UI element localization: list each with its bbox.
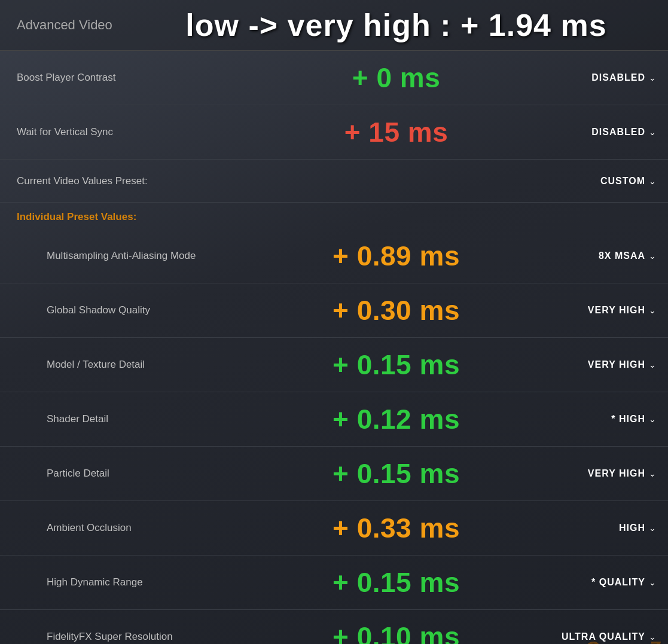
- page-wrapper: Advanced Video low -> very high : + 1.94…: [0, 0, 668, 644]
- msaa-chevron[interactable]: ⌄: [649, 251, 656, 261]
- vertical-sync-setting[interactable]: DISABLED ⌄: [548, 127, 656, 138]
- texture-detail-value: VERY HIGH: [588, 359, 645, 370]
- hdr-label: High Dynamic Range: [17, 576, 244, 588]
- hdr-setting[interactable]: * QUALITY ⌄: [548, 577, 656, 588]
- shader-detail-ms: + 0.12 ms: [244, 403, 548, 435]
- fidelityfx-row: FidelityFX Super Resolution + 0.10 ms UL…: [0, 610, 668, 644]
- header-value: low -> very high : + 1.94 ms: [136, 7, 656, 43]
- vertical-sync-chevron[interactable]: ⌄: [649, 127, 656, 137]
- fidelityfx-ms: + 0.10 ms: [244, 621, 548, 644]
- ambient-occlusion-row: Ambient Occlusion + 0.33 ms HIGH ⌄: [0, 501, 668, 556]
- shader-detail-setting[interactable]: * HIGH ⌄: [548, 414, 656, 425]
- watermark: GamerZ: [585, 637, 661, 644]
- shadow-quality-ms: + 0.30 ms: [244, 294, 548, 326]
- hdr-row: High Dynamic Range + 0.15 ms * QUALITY ⌄: [0, 556, 668, 610]
- ambient-occlusion-value: HIGH: [619, 523, 645, 533]
- preset-chevron[interactable]: ⌄: [649, 176, 656, 186]
- msaa-setting[interactable]: 8X MSAA ⌄: [548, 251, 656, 261]
- vertical-sync-label: Wait for Vertical Sync: [17, 126, 244, 138]
- ambient-occlusion-ms: + 0.33 ms: [244, 512, 548, 544]
- shadow-quality-value: VERY HIGH: [588, 305, 645, 316]
- vertical-sync-ms: + 15 ms: [244, 116, 548, 148]
- preset-value: CUSTOM: [600, 176, 645, 187]
- section-header: Individual Preset Values:: [0, 203, 668, 229]
- boost-player-contrast-setting[interactable]: DISABLED ⌄: [548, 72, 656, 83]
- preset-setting[interactable]: CUSTOM ⌄: [600, 176, 656, 187]
- watermark-text: GamerZ: [585, 637, 661, 644]
- texture-detail-row: Model / Texture Detail + 0.15 ms VERY HI…: [0, 338, 668, 392]
- preset-row: Current Video Values Preset: CUSTOM ⌄: [0, 160, 668, 203]
- ambient-occlusion-label: Ambient Occlusion: [17, 522, 244, 534]
- boost-player-contrast-label: Boost Player Contrast: [17, 72, 244, 84]
- shader-detail-value: * HIGH: [611, 414, 645, 425]
- hdr-chevron[interactable]: ⌄: [649, 578, 656, 587]
- particle-detail-setting[interactable]: VERY HIGH ⌄: [548, 468, 656, 479]
- shadow-quality-chevron[interactable]: ⌄: [649, 306, 656, 315]
- section-title: Advanced Video: [17, 17, 136, 33]
- texture-detail-setting[interactable]: VERY HIGH ⌄: [548, 359, 656, 370]
- preset-label: Current Video Values Preset:: [17, 175, 600, 187]
- hdr-ms: + 0.15 ms: [244, 566, 548, 599]
- particle-detail-chevron[interactable]: ⌄: [649, 469, 656, 478]
- particle-detail-row: Particle Detail + 0.15 ms VERY HIGH ⌄: [0, 447, 668, 501]
- vertical-sync-value: DISABLED: [591, 127, 645, 138]
- texture-detail-ms: + 0.15 ms: [244, 349, 548, 381]
- hdr-value: * QUALITY: [591, 577, 645, 588]
- vertical-sync-row: Wait for Vertical Sync + 15 ms DISABLED …: [0, 105, 668, 160]
- particle-detail-value: VERY HIGH: [588, 468, 645, 479]
- shadow-quality-row: Global Shadow Quality + 0.30 ms VERY HIG…: [0, 283, 668, 338]
- particle-detail-label: Particle Detail: [17, 468, 244, 480]
- ambient-occlusion-chevron[interactable]: ⌄: [649, 523, 656, 533]
- shader-detail-label: Shader Detail: [17, 413, 244, 425]
- msaa-row: Multisampling Anti-Aliasing Mode + 0.89 …: [0, 229, 668, 283]
- ambient-occlusion-setting[interactable]: HIGH ⌄: [548, 523, 656, 533]
- texture-detail-chevron[interactable]: ⌄: [649, 360, 656, 370]
- boost-player-contrast-ms: + 0 ms: [244, 62, 548, 94]
- section-header-text: Individual Preset Values:: [17, 211, 136, 222]
- particle-detail-ms: + 0.15 ms: [244, 457, 548, 490]
- texture-detail-label: Model / Texture Detail: [17, 359, 244, 371]
- boost-player-contrast-chevron[interactable]: ⌄: [649, 73, 656, 83]
- boost-player-contrast-value: DISABLED: [591, 72, 645, 83]
- header: Advanced Video low -> very high : + 1.94…: [0, 0, 668, 51]
- shader-detail-chevron[interactable]: ⌄: [649, 414, 656, 424]
- msaa-label: Multisampling Anti-Aliasing Mode: [17, 250, 244, 262]
- msaa-value: 8X MSAA: [599, 251, 645, 261]
- msaa-ms: + 0.89 ms: [244, 240, 548, 272]
- shader-detail-row: Shader Detail + 0.12 ms * HIGH ⌄: [0, 392, 668, 447]
- boost-player-contrast-row: Boost Player Contrast + 0 ms DISABLED ⌄: [0, 51, 668, 105]
- shadow-quality-label: Global Shadow Quality: [17, 304, 244, 316]
- fidelityfx-label: FidelityFX Super Resolution: [17, 631, 244, 643]
- shadow-quality-setting[interactable]: VERY HIGH ⌄: [548, 305, 656, 316]
